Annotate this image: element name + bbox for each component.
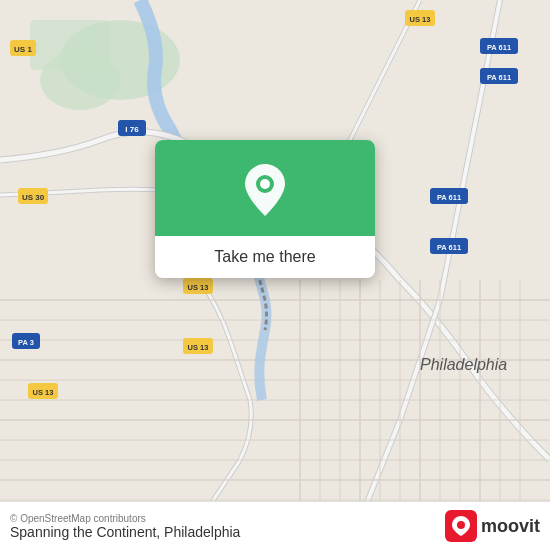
bottom-left-info: © OpenStreetMap contributors Spanning th… (10, 513, 240, 540)
attribution-text: © OpenStreetMap contributors (10, 513, 240, 524)
location-pin-icon (243, 162, 287, 218)
svg-text:US 13: US 13 (188, 343, 209, 352)
moovit-logo: moovit (445, 510, 540, 542)
moovit-icon (445, 510, 477, 542)
svg-text:US 30: US 30 (22, 193, 45, 202)
svg-point-55 (457, 521, 465, 529)
moovit-pin-icon (451, 515, 471, 537)
svg-point-54 (260, 179, 270, 189)
svg-text:I 76: I 76 (125, 125, 139, 134)
moovit-text: moovit (481, 516, 540, 537)
popup-card: Take me there (155, 140, 375, 278)
bottom-bar: © OpenStreetMap contributors Spanning th… (0, 501, 550, 550)
svg-text:PA 611: PA 611 (487, 43, 511, 52)
svg-text:PA 3: PA 3 (18, 338, 34, 347)
svg-text:PA 611: PA 611 (487, 73, 511, 82)
svg-rect-3 (30, 20, 110, 70)
map-container: US 1 I 76 US 30 PA 611 PA 611 PA 611 PA … (0, 0, 550, 550)
location-name-text: Spanning the Continent, Philadelphia (10, 524, 240, 540)
svg-text:Philadelphia: Philadelphia (420, 356, 507, 373)
svg-text:PA 611: PA 611 (437, 193, 461, 202)
svg-text:US 1: US 1 (14, 45, 32, 54)
popup-green-section (155, 140, 375, 236)
take-me-there-button[interactable]: Take me there (155, 236, 375, 278)
svg-text:US 13: US 13 (188, 283, 209, 292)
svg-text:PA 611: PA 611 (437, 243, 461, 252)
svg-text:US 13: US 13 (33, 388, 54, 397)
svg-text:US 13: US 13 (410, 15, 431, 24)
